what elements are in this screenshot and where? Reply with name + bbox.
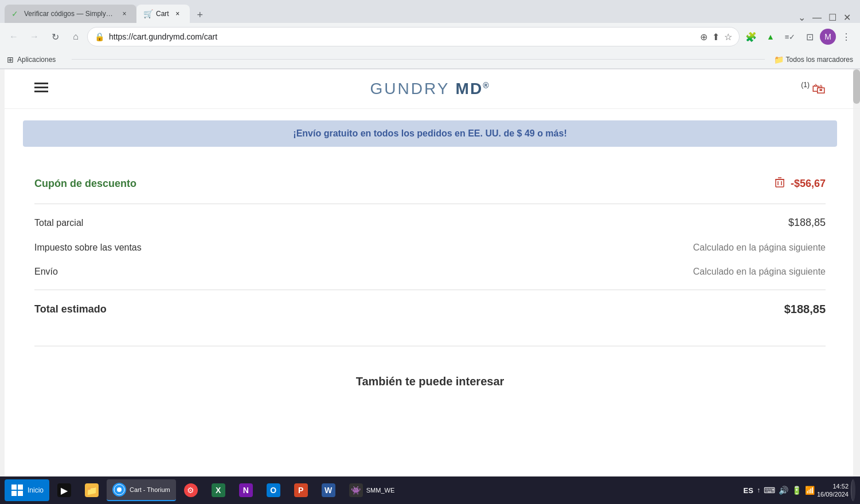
forward-button[interactable]: → — [25, 28, 44, 46]
taskbar-outlook[interactable]: O — [261, 479, 286, 501]
home-button[interactable]: ⌂ — [67, 28, 85, 46]
scrollbar[interactable] — [853, 69, 860, 477]
taskbar-ext1[interactable]: ⚙ — [178, 479, 204, 501]
split-view-icon[interactable]: ⊡ — [800, 28, 819, 46]
clock-time: 14:52 — [817, 482, 849, 490]
all-bookmarks-folder[interactable]: 📁 Todos los marcadores — [774, 55, 853, 64]
logo-text: GUNDRY — [370, 80, 456, 97]
svg-point-13 — [117, 487, 122, 492]
start-button[interactable]: Inicio — [5, 479, 49, 501]
total-row: Total estimado $188,85 — [34, 296, 826, 323]
reload-icon: ↻ — [52, 32, 59, 42]
svg-rect-3 — [776, 179, 784, 187]
window-close-icon[interactable]: ✕ — [843, 12, 851, 23]
bookmarks-bar: ⊞ Aplicaciones 📁 Todos los marcadores — [0, 50, 860, 69]
powerpoint-icon: P — [294, 483, 308, 497]
address-bar[interactable]: 🔒 https://cart.gundrymd.com/cart ⊕ ⬆ ☆ — [87, 27, 740, 46]
puzzle-icon: 🧩 — [745, 32, 757, 42]
tax-row: Impuesto sobre las ventas Calculado en l… — [34, 236, 826, 260]
apps-grid-icon: ⊞ — [7, 55, 14, 64]
window-chevron-icon[interactable]: ⌄ — [798, 12, 806, 23]
taskbar-word[interactable]: W — [316, 479, 341, 501]
promo-banner-text: ¡Envío gratuito en todos los pedidos en … — [293, 128, 566, 138]
tab-simplycodes[interactable]: ✓ Verificar códigos — SimplyCodes × — [5, 5, 136, 23]
clock-date: 16/09/2024 — [817, 490, 849, 498]
tab-cart-label: Cart — [156, 10, 169, 18]
smm-label: SMM_WE — [366, 487, 395, 494]
subtotal-value: $188,85 — [788, 217, 826, 229]
taskbar-files[interactable]: 📁 — [79, 479, 104, 501]
cart-button[interactable]: (1) 🛍 — [801, 81, 826, 97]
subtotal-label: Total parcial — [34, 218, 83, 228]
logo-trademark: ® — [483, 81, 490, 90]
hamburger-menu-button[interactable] — [34, 83, 48, 96]
share-icon[interactable]: ⬆ — [712, 32, 720, 42]
left-scrollbar — [0, 69, 5, 477]
excel-icon: X — [212, 483, 225, 497]
tab-cart-close[interactable]: × — [173, 9, 183, 19]
tab-bar: ✓ Verificar códigos — SimplyCodes × 🛒 Ca… — [0, 0, 860, 23]
battery-icon[interactable]: 🔋 — [792, 486, 802, 495]
windows-icon — [10, 483, 24, 497]
taskbar-onenote[interactable]: N — [233, 479, 259, 501]
system-tray: ES ↑ ⌨ 🔊 🔋 📶 — [744, 486, 815, 495]
signal-icon[interactable]: 📶 — [805, 486, 815, 495]
reload-button[interactable]: ↻ — [46, 28, 64, 46]
window-maximize-icon[interactable]: ☐ — [828, 12, 836, 23]
total-value: $188,85 — [784, 303, 826, 316]
trash-icon — [775, 177, 785, 188]
tambien-section: También te puede interesar — [0, 364, 860, 400]
taskbar-media-player[interactable]: ▶ — [52, 479, 77, 501]
profile-avatar[interactable]: M — [820, 29, 836, 45]
tambien-label: También te puede interesar — [356, 375, 505, 388]
applications-label: Aplicaciones — [17, 56, 56, 64]
taskbar: Inicio ▶ 📁 Cart - Thorium ⚙ X N O P — [0, 476, 860, 504]
hamburger-icon — [34, 83, 48, 93]
coupon-row: Cupón de descuento -$56,67 — [34, 170, 826, 198]
keyboard-icon[interactable]: ⌨ — [764, 486, 775, 495]
site-logo: GUNDRY MD® — [370, 80, 490, 98]
extensions-icon[interactable]: 🧩 — [742, 28, 760, 46]
coupon-value-group: -$56,67 — [775, 177, 826, 191]
remove-coupon-button[interactable] — [775, 177, 785, 191]
translate-icon[interactable]: ⊕ — [700, 32, 707, 42]
coupon-discount-value: -$56,67 — [791, 178, 826, 190]
split-icon: ⊡ — [806, 32, 814, 42]
back-button[interactable]: ← — [5, 28, 23, 46]
energy-icon: ▲ — [767, 32, 775, 41]
tab-cart[interactable]: 🛒 Cart × — [136, 5, 190, 23]
new-tab-icon: + — [197, 9, 203, 21]
arrow-up-icon[interactable]: ↑ — [757, 486, 760, 494]
applications-bookmark[interactable]: ⊞ Aplicaciones — [7, 55, 56, 64]
extension-btn-1[interactable]: ≡✓ — [781, 28, 799, 46]
cart-summary: Cupón de descuento -$56,67 Total parcial — [0, 158, 860, 364]
bookmark-icon[interactable]: ☆ — [724, 32, 732, 42]
svg-rect-8 — [11, 485, 17, 490]
taskbar-clock[interactable]: 14:52 16/09/2024 — [817, 482, 849, 499]
taskbar-cart-thorium[interactable]: Cart - Thorium — [107, 479, 176, 501]
tab-simplycodes-close[interactable]: × — [119, 9, 130, 19]
folder-icon: 📁 — [774, 55, 784, 64]
menu-button[interactable]: ⋮ — [837, 28, 855, 46]
volume-icon[interactable]: 🔊 — [779, 486, 788, 495]
total-label: Total estimado — [34, 303, 107, 315]
taskbar-smm[interactable]: 👾 SMM_WE — [343, 479, 401, 501]
svg-rect-10 — [11, 491, 17, 496]
taskbar-excel[interactable]: X — [206, 479, 231, 501]
shipping-value: Calculado en la página siguiente — [693, 267, 826, 277]
menu-icon: ⋮ — [842, 32, 851, 42]
profile-energy-icon[interactable]: ▲ — [761, 28, 780, 46]
site-header: GUNDRY MD® (1) 🛍 — [0, 69, 860, 109]
new-tab-button[interactable]: + — [192, 7, 208, 23]
cart-count-badge: (1) — [801, 81, 810, 89]
word-icon: W — [322, 483, 335, 497]
nav-icons-right: 🧩 ▲ ≡✓ ⊡ M ⋮ — [742, 28, 855, 46]
show-desktop-button[interactable] — [851, 479, 855, 501]
taskbar-powerpoint[interactable]: P — [288, 479, 314, 501]
window-minimize-icon[interactable]: — — [812, 13, 822, 23]
page-content: GUNDRY MD® (1) 🛍 ¡Envío gratuito en todo… — [0, 69, 860, 477]
shipping-row: Envío Calculado en la página siguiente — [34, 260, 826, 284]
home-icon: ⌂ — [73, 32, 79, 42]
thorium-browser-icon — [114, 484, 125, 495]
language-indicator[interactable]: ES — [744, 486, 753, 495]
